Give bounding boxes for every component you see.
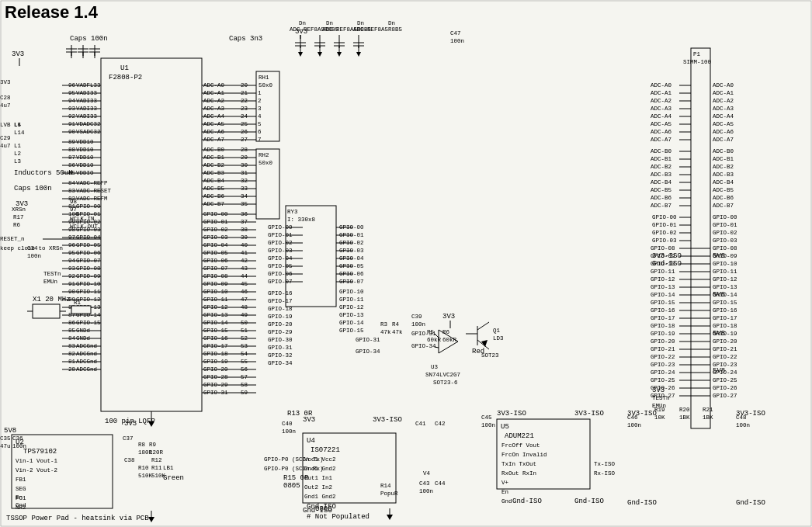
- svg-text:FrcOff  Vout: FrcOff Vout: [501, 442, 540, 449]
- svg-text:Dn: Dn: [299, 20, 306, 26]
- svg-text:LVB: LVB: [0, 122, 11, 128]
- svg-text:GPIO-12: GPIO-12: [713, 276, 737, 283]
- svg-text:Green: Green: [163, 474, 184, 482]
- svg-text:C28: C28: [0, 95, 11, 101]
- svg-text:ADC-B7: ADC-B7: [651, 203, 671, 209]
- svg-text:GPIO-00: GPIO-00: [652, 214, 677, 220]
- svg-text:4: 4: [258, 113, 262, 120]
- svg-text:100n: 100n: [481, 422, 495, 428]
- svg-text:1: 1: [258, 90, 262, 96]
- svg-text:ADUM221: ADUM221: [505, 432, 534, 440]
- svg-text:R1: R1: [74, 300, 82, 306]
- svg-text:RY3: RY3: [287, 209, 298, 215]
- svg-text:GPIO-12: GPIO-12: [651, 276, 675, 283]
- svg-text:GPIO-11: GPIO-11: [339, 296, 364, 303]
- svg-text:PopuR: PopuR: [380, 491, 398, 497]
- svg-text:GPIO-18: GPIO-18: [713, 323, 737, 329]
- svg-text:3V3-ISO: 3V3-ISO: [574, 410, 604, 418]
- svg-text:4u7: 4u7: [0, 102, 11, 109]
- svg-text:ADC-A7: ADC-A7: [713, 137, 734, 143]
- svg-text:ADC-A7: ADC-A7: [651, 137, 671, 143]
- svg-text:IS07221: IS07221: [311, 446, 340, 454]
- svg-text:Dn: Dn: [357, 20, 364, 26]
- svg-text:GPIO-P0 (SCIn-Tx): GPIO-P0 (SCIn-Tx): [264, 456, 324, 463]
- svg-marker-660: [148, 517, 154, 522]
- svg-text:GPIO-24: GPIO-24: [651, 369, 675, 376]
- svg-text:R8: R8: [138, 442, 145, 448]
- svg-text:3V3: 3V3: [442, 313, 455, 321]
- svg-text:C36: C36: [12, 435, 23, 442]
- svg-text:P1: P1: [693, 51, 701, 57]
- svg-text:GPIO-P0 (SCIn-Rx): GPIO-P0 (SCIn-Rx): [264, 466, 324, 472]
- svg-text:60kR: 60kR: [442, 337, 457, 343]
- svg-text:GPIO-15: GPIO-15: [713, 300, 737, 306]
- svg-text:47k: 47k: [380, 329, 391, 335]
- svg-text:Gnd: Gnd: [501, 498, 512, 504]
- svg-text:Caps 100n: Caps 100n: [70, 35, 108, 43]
- svg-text:ADC-A6: ADC-A6: [713, 129, 734, 135]
- svg-text:GPIO-16: GPIO-16: [268, 290, 293, 296]
- svg-text:SN74LVC2G7: SN74LVC2G7: [425, 372, 460, 378]
- svg-text:ADC-B5: ADC-B5: [713, 187, 734, 193]
- svg-text:RESET_n: RESET_n: [0, 236, 25, 242]
- svg-text:GPIO-19: GPIO-19: [713, 331, 737, 337]
- svg-text:ADC-A3: ADC-A3: [713, 106, 734, 112]
- svg-text:Gnd1  Gnd2: Gnd1 Gnd2: [304, 494, 336, 500]
- svg-text:C38: C38: [124, 457, 135, 463]
- svg-text:3: 3: [258, 106, 262, 112]
- svg-text:60kR: 60kR: [427, 337, 442, 343]
- svg-text:ADC-A1: ADC-A1: [713, 90, 734, 96]
- svg-text:TxIn   TxOut: TxIn TxOut: [501, 461, 536, 467]
- svg-text:ADC-B3: ADC-B3: [713, 172, 734, 178]
- svg-text:Tx-ISO: Tx-ISO: [594, 461, 616, 467]
- svg-text:R14: R14: [380, 483, 391, 489]
- svg-text:ADC-B2: ADC-B2: [651, 164, 671, 170]
- svg-text:GPIO-21: GPIO-21: [651, 346, 675, 352]
- svg-text:ADC-B5: ADC-B5: [651, 187, 672, 193]
- svg-text:GPIO-26: GPIO-26: [651, 385, 675, 391]
- svg-text:I: 330x8: I: 330x8: [287, 217, 315, 223]
- svg-text:SIMM-100: SIMM-100: [683, 59, 712, 65]
- svg-text:C34: C34: [27, 245, 38, 251]
- svg-text:ADC-B4: ADC-B4: [651, 179, 672, 185]
- svg-text:R15 0R: R15 0R: [283, 474, 309, 482]
- svg-text:Gnd: Gnd: [16, 502, 26, 508]
- svg-text:47u: 47u: [0, 443, 11, 449]
- svg-text:ADC-A1: ADC-A1: [651, 90, 672, 96]
- svg-text:R6: R6: [13, 222, 21, 228]
- svg-text:ADC-B3: ADC-B3: [651, 172, 672, 178]
- svg-text:100n: 100n: [12, 443, 26, 449]
- svg-text:Out1  In1: Out1 In1: [304, 475, 333, 481]
- svg-text:100n: 100n: [627, 422, 641, 428]
- svg-marker-484: [337, 52, 342, 57]
- svg-text:SOT23: SOT23: [481, 352, 499, 359]
- svg-text:GPIO-23: GPIO-23: [713, 362, 737, 368]
- svg-text:R4: R4: [392, 321, 400, 328]
- svg-text:3V3-ISO: 3V3-ISO: [373, 416, 402, 424]
- svg-text:GPIO-29: GPIO-29: [268, 329, 293, 335]
- svg-text:GPIO-23: GPIO-23: [651, 362, 675, 368]
- svg-text:GPIO-12: GPIO-12: [339, 304, 364, 310]
- svg-text:Q1: Q1: [493, 328, 501, 334]
- svg-text:LD3: LD3: [493, 335, 504, 342]
- svg-text:GPIO-30: GPIO-30: [268, 337, 293, 343]
- svg-text:GPIO-00: GPIO-00: [713, 214, 737, 220]
- svg-text:EMUn: EMUn: [43, 279, 57, 285]
- svg-text:TESTn: TESTn: [43, 271, 61, 277]
- svg-text:GPIO-17: GPIO-17: [651, 315, 675, 321]
- svg-text:GPIO-11: GPIO-11: [651, 269, 675, 275]
- schematic-container: Release 1.4 U1 F2808-P2 96 VADFL33 95 VA…: [0, 0, 812, 527]
- svg-text:RH1: RH1: [259, 75, 269, 81]
- svg-text:GPIO-18: GPIO-18: [651, 323, 675, 329]
- svg-text:GPIO-27: GPIO-27: [713, 393, 737, 399]
- svg-text:ADC-A2: ADC-A2: [651, 98, 671, 104]
- svg-text:C41: C41: [415, 421, 426, 427]
- svg-text:50x0: 50x0: [259, 160, 273, 166]
- svg-text:ADC-B6: ADC-B6: [713, 195, 734, 201]
- svg-text:GPIO-27: GPIO-27: [651, 393, 675, 399]
- svg-text:ADC-REF8A5R8B5: ADC-REF8A5R8B5: [353, 26, 403, 33]
- svg-text:Inductors 50uH: Inductors 50uH: [14, 169, 73, 177]
- svg-text:C42: C42: [435, 421, 446, 427]
- svg-text:R3: R3: [380, 321, 388, 328]
- svg-text:L14: L14: [14, 130, 25, 136]
